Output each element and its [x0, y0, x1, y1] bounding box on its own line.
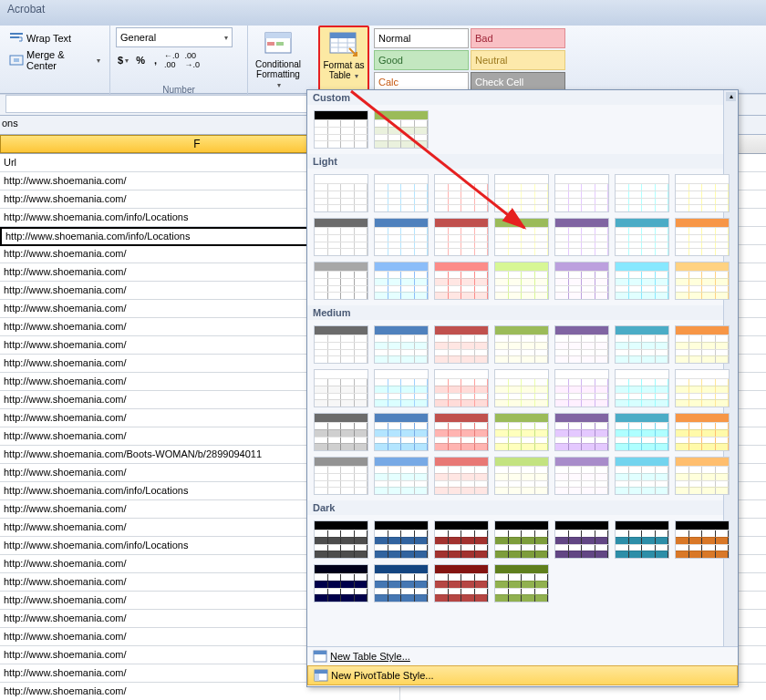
table-style-thumb[interactable] [615, 262, 669, 300]
table-style-thumb[interactable] [374, 457, 429, 495]
table-style-thumb[interactable] [314, 218, 368, 256]
gallery-section: Light [307, 154, 738, 169]
table-style-thumb[interactable] [494, 218, 549, 256]
number-group-label: Number [110, 85, 247, 95]
svg-rect-5 [265, 33, 291, 38]
table-style-thumb[interactable] [374, 413, 429, 451]
table-style-thumb[interactable] [675, 520, 730, 559]
table-style-thumb[interactable] [314, 457, 368, 495]
cell-style-bad[interactable]: Bad [471, 28, 565, 48]
gallery-section: Dark [307, 500, 738, 515]
table-style-thumb[interactable] [434, 520, 489, 559]
table-style-thumb[interactable] [554, 174, 609, 212]
increase-decimal-button[interactable]: ←.0.00 [162, 50, 181, 70]
table-style-thumb[interactable] [314, 564, 368, 602]
new-pivottable-style-label: New PivotTable Style... [331, 670, 434, 681]
table-style-thumb[interactable] [554, 457, 609, 495]
number-format-value: General [120, 32, 223, 43]
table-style-thumb[interactable] [374, 218, 429, 256]
table-style-thumb[interactable] [434, 457, 489, 495]
table-style-thumb[interactable] [494, 325, 549, 364]
format-as-table-button[interactable]: Format as Table ▾ [321, 28, 367, 81]
chevron-down-icon: ▾ [97, 57, 100, 65]
table-style-thumb[interactable] [494, 457, 549, 495]
table-style-thumb[interactable] [314, 325, 368, 364]
number-format-select[interactable]: General ▾ [116, 27, 233, 47]
table-style-thumb[interactable] [434, 218, 489, 256]
pivot-icon [314, 668, 328, 683]
table-style-thumb[interactable] [314, 174, 368, 212]
table-style-thumb[interactable] [314, 110, 368, 149]
table-style-thumb[interactable] [314, 262, 368, 300]
table-style-thumb[interactable] [615, 174, 669, 212]
new-pivottable-style-button[interactable]: New PivotTable Style... [307, 665, 738, 685]
table-style-thumb[interactable] [554, 520, 609, 559]
table-style-thumb[interactable] [554, 413, 609, 451]
cell-styles-group: NormalBadGoodNeutralCalcCheck CellExplan… [369, 26, 657, 95]
table-style-thumb[interactable] [434, 564, 489, 602]
merge-center-label: Merge & Center [26, 49, 95, 71]
table-style-thumb[interactable] [434, 174, 489, 212]
percent-button[interactable]: % [132, 50, 149, 70]
table-style-thumb[interactable] [314, 520, 368, 559]
svg-rect-9 [330, 33, 356, 38]
ribbon: Wrap Text Merge & Center ▾ General ▾ $▾ … [0, 26, 766, 94]
decrease-decimal-button[interactable]: .00→.0 [182, 50, 202, 70]
table-style-thumb[interactable] [675, 262, 730, 300]
wrap-text-button[interactable]: Wrap Text [5, 28, 104, 48]
table-style-thumb[interactable] [494, 262, 549, 300]
table-style-gallery: ▴ CustomLightMediumDark New Table Style.… [306, 89, 739, 687]
table-style-thumb[interactable] [434, 369, 489, 407]
merge-center-button[interactable]: Merge & Center ▾ [5, 50, 104, 70]
table-style-thumb[interactable] [494, 413, 549, 451]
table-style-thumb[interactable] [374, 262, 429, 300]
table-style-thumb[interactable] [615, 325, 669, 364]
table-style-thumb[interactable] [554, 218, 609, 256]
table-style-thumb[interactable] [374, 110, 429, 149]
table-style-thumb[interactable] [314, 369, 368, 407]
table-style-thumb[interactable] [314, 413, 368, 451]
table-style-thumb[interactable] [494, 174, 549, 212]
table-style-thumb[interactable] [434, 413, 489, 451]
table-style-thumb[interactable] [374, 325, 429, 364]
table-style-thumb[interactable] [675, 413, 730, 451]
table-style-thumb[interactable] [675, 369, 730, 407]
table-style-thumb[interactable] [374, 369, 429, 407]
table-style-thumb[interactable] [675, 218, 730, 256]
table-style-thumb[interactable] [615, 520, 669, 559]
table-style-thumb[interactable] [554, 369, 609, 407]
table-style-thumb[interactable] [615, 457, 669, 495]
table-style-thumb[interactable] [494, 520, 549, 559]
table-style-thumb[interactable] [675, 174, 730, 212]
table-style-thumb[interactable] [554, 325, 609, 364]
conditional-formatting-icon [264, 29, 293, 58]
svg-rect-3 [14, 58, 19, 62]
table-style-thumb[interactable] [374, 520, 429, 559]
table-style-thumb[interactable] [615, 369, 669, 407]
svg-rect-15 [314, 651, 326, 654]
svg-rect-0 [10, 33, 23, 35]
gallery-grid [307, 320, 738, 500]
table-style-thumb[interactable] [494, 564, 549, 602]
gallery-section: Medium [307, 305, 738, 320]
new-table-style-button[interactable]: New Table Style... [307, 647, 738, 665]
table-style-thumb[interactable] [675, 457, 730, 495]
table-style-thumb[interactable] [494, 369, 549, 407]
currency-button[interactable]: $▾ [116, 50, 130, 70]
comma-button[interactable]: , [150, 50, 160, 70]
cell-style-normal[interactable]: Normal [374, 28, 469, 48]
table-style-thumb[interactable] [374, 564, 429, 602]
table-style-thumb[interactable] [554, 262, 609, 300]
svg-rect-1 [10, 36, 19, 38]
table-style-thumb[interactable] [615, 413, 669, 451]
table-style-thumb[interactable] [374, 174, 429, 212]
cell-style-neutral[interactable]: Neutral [471, 50, 565, 70]
conditional-formatting-button[interactable]: Conditional Formatting ▾ [254, 27, 303, 90]
table-style-thumb[interactable] [434, 262, 489, 300]
number-group: General ▾ $▾ % , ←.0.00 .00→.0 Number [110, 26, 248, 95]
table-style-thumb[interactable] [615, 218, 669, 256]
table-style-thumb[interactable] [675, 325, 730, 364]
format-as-table-icon [329, 30, 358, 59]
table-style-thumb[interactable] [434, 325, 489, 364]
cell-style-good[interactable]: Good [374, 50, 469, 70]
